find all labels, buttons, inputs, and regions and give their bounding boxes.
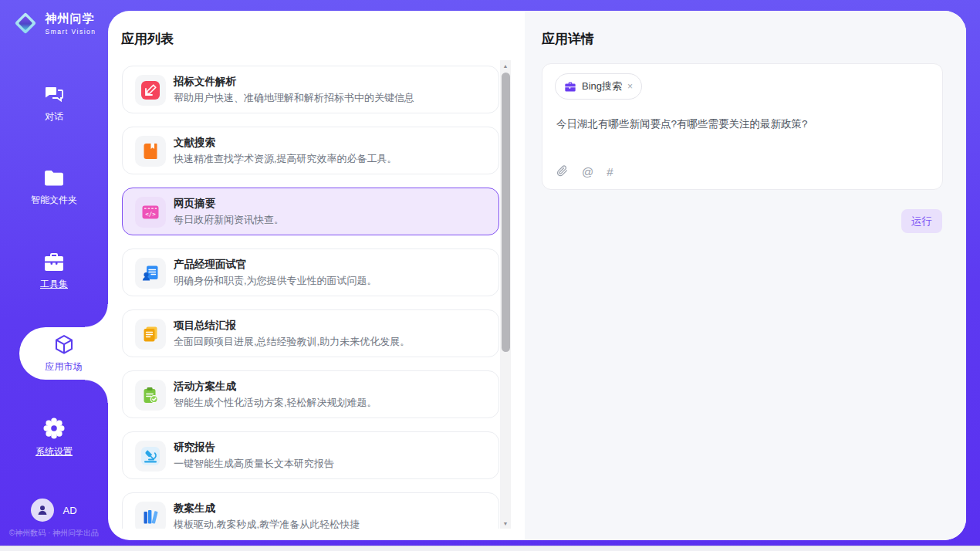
run-button[interactable]: 运行: [901, 209, 942, 233]
app-card-title: 网页摘要: [174, 197, 215, 211]
sidebar-item-smart-folder[interactable]: 智能文件夹: [0, 168, 108, 207]
app-card-title: 项目总结汇报: [174, 319, 236, 333]
app-list-panel: 应用列表 招标文件解析 帮助用户快速、准确地理解和解析招标书中的关键信息: [108, 11, 525, 540]
edit-icon: [135, 75, 166, 106]
gear-icon: [42, 417, 66, 440]
sidebar-item-settings[interactable]: 系统设置: [0, 417, 108, 458]
toolbox-icon: [42, 252, 66, 272]
sidebar-item-label: 对话: [45, 110, 63, 123]
cube-icon: [52, 333, 76, 357]
sidebar-item-app-market[interactable]: 应用市场: [19, 327, 108, 380]
app-card-title: 研究报告: [174, 441, 215, 455]
app-list: 招标文件解析 帮助用户快速、准确地理解和解析招标书中的关键信息 文献搜索 快速精…: [108, 60, 525, 529]
app-card-title: 活动方案生成: [174, 380, 236, 394]
app-card-bid-parse[interactable]: 招标文件解析 帮助用户快速、准确地理解和解析招标书中的关键信息: [122, 66, 499, 113]
mention-icon[interactable]: @: [582, 165, 593, 178]
paperclip-icon[interactable]: [556, 164, 569, 178]
sidebar-item-label: 系统设置: [35, 445, 73, 458]
app-window: 神州问学 Smart Vision 对话 智能文件夹: [0, 0, 980, 551]
app-card-event-plan[interactable]: 活动方案生成 智能生成个性化活动方案,轻松解决规划难题。: [122, 370, 499, 418]
user-initials: AD: [63, 505, 76, 516]
app-list-title: 应用列表: [121, 30, 174, 48]
copyright-text: ©神州数码 · 神州问学出品: [0, 528, 108, 539]
input-toolbar: @ #: [556, 164, 613, 178]
app-card-web-summary[interactable]: </> 网页摘要 每日政府新闻资讯快查。: [122, 188, 499, 235]
app-card-title: 招标文件解析: [174, 75, 236, 89]
brand-text: 神州问学 Smart Vision: [45, 12, 96, 35]
microscope-icon: [135, 441, 166, 472]
book-icon: [135, 136, 166, 167]
sidebar-item-toolset[interactable]: 工具集: [0, 252, 108, 291]
prompt-card: Bing搜索 × 今日湖北有哪些新闻要点?有哪些需要关注的最新政策? @ #: [542, 63, 943, 190]
sidebar-item-label: 应用市场: [46, 360, 83, 374]
main-panel: 应用列表 招标文件解析 帮助用户快速、准确地理解和解析招标书中的关键信息: [108, 11, 966, 540]
app-card-desc: 一键智能生成高质量长文本研究报告: [174, 457, 334, 471]
app-card-desc: 明确身份和职责,为您提供专业性的面试问题。: [174, 274, 377, 288]
notes-icon: [135, 319, 166, 350]
app-card-pm-interviewer[interactable]: 产品经理面试官 明确身份和职责,为您提供专业性的面试问题。: [122, 248, 499, 296]
sidebar-item-label: 工具集: [40, 278, 68, 291]
clipboard-check-icon: [135, 380, 166, 411]
scroll-down-icon[interactable]: ▼: [500, 518, 511, 529]
app-card-desc: 快速精准查找学术资源,提高研究效率的必备工具。: [174, 152, 397, 166]
sidebar-item-chat[interactable]: 对话: [0, 83, 108, 123]
app-card-research-report[interactable]: 研究报告 一键智能生成高质量长文本研究报告: [122, 431, 499, 479]
brand-name: 神州问学: [45, 12, 96, 26]
sidebar: 神州问学 Smart Vision 对话 智能文件夹: [0, 0, 108, 546]
avatar: [31, 499, 54, 522]
prompt-input[interactable]: 今日湖北有哪些新闻要点?有哪些需要关注的最新政策?: [556, 117, 928, 132]
chat-icon: [42, 83, 66, 105]
sidebar-item-label: 智能文件夹: [31, 194, 77, 207]
briefcase-icon: [564, 81, 576, 93]
app-detail-title: 应用详情: [542, 30, 594, 48]
app-card-project-summary[interactable]: 项目总结汇报 全面回顾项目进展,总结经验教训,助力未来优化发展。: [122, 309, 499, 357]
app-card-title: 文献搜索: [174, 136, 215, 150]
brand-subtitle: Smart Vision: [45, 28, 96, 35]
close-icon[interactable]: ×: [627, 81, 633, 92]
app-card-title: 产品经理面试官: [174, 258, 247, 272]
app-card-desc: 模板驱动,教案秒成,教学准备从此轻松快捷: [174, 518, 360, 529]
svg-text:</>: </>: [145, 211, 156, 218]
app-card-literature-search[interactable]: 文献搜索 快速精准查找学术资源,提高研究效率的必备工具。: [122, 127, 499, 174]
tool-chip-bing-search[interactable]: Bing搜索 ×: [555, 73, 642, 100]
tool-chip-label: Bing搜索: [582, 79, 622, 93]
bottom-edge: [0, 546, 980, 551]
scroll-up-icon[interactable]: ▲: [500, 60, 511, 71]
browser-code-icon: </>: [135, 197, 166, 228]
app-detail-panel: 应用详情 Bing搜索 × 今日湖北有哪些新闻要点?有哪些需要关注的最新政策?: [525, 11, 966, 540]
app-card-lesson-plan[interactable]: 教案生成 模板驱动,教案秒成,教学准备从此轻松快捷: [122, 492, 499, 529]
diamond-logo-icon: [12, 9, 39, 37]
list-scrollbar[interactable]: ▲ ▼: [500, 60, 511, 529]
folder-icon: [42, 168, 66, 188]
app-card-desc: 每日政府新闻资讯快查。: [174, 213, 284, 227]
app-card-desc: 帮助用户快速、准确地理解和解析招标书中的关键信息: [174, 91, 414, 105]
app-card-desc: 智能生成个性化活动方案,轻松解决规划难题。: [174, 396, 377, 410]
scrollbar-thumb[interactable]: [502, 73, 510, 352]
app-card-desc: 全面回顾项目进展,总结经验教训,助力未来优化发展。: [174, 335, 410, 349]
interview-icon: [135, 258, 166, 289]
hash-icon[interactable]: #: [607, 165, 613, 178]
books-icon: [135, 502, 166, 529]
brand-logo: 神州问学 Smart Vision: [0, 9, 108, 37]
app-card-title: 教案生成: [174, 502, 215, 516]
user-account[interactable]: AD: [0, 499, 108, 522]
